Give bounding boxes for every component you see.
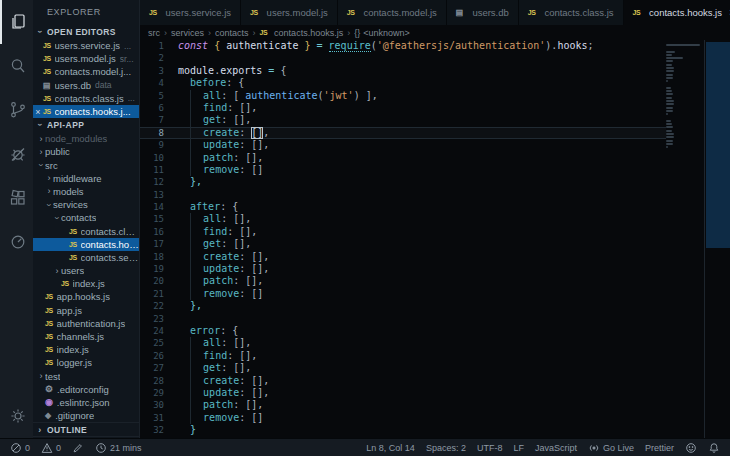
minimap[interactable] (666, 40, 704, 438)
open-editor-item[interactable]: JSusers.model.jssr... (33, 52, 139, 65)
status-ln-8-col-14[interactable]: Ln 8, Col 14 (366, 443, 415, 453)
status-go-live[interactable]: Go Live (588, 442, 634, 454)
tree-row[interactable]: JSchannels.js (33, 330, 139, 343)
activity-settings-icon[interactable] (0, 394, 33, 438)
status-21-mins[interactable]: 21 mins (95, 442, 142, 454)
code-line[interactable]: 5 all: [ authenticate('jwt') ], (140, 90, 666, 102)
editor-pane[interactable]: 1const { authenticate } = require('@feat… (140, 40, 730, 438)
tab-contacts.hooks.js[interactable]: JScontacts.hooks.js× (624, 0, 730, 25)
code-line[interactable]: 14 after: { (140, 201, 666, 213)
code-line[interactable]: 15 all: [], (140, 213, 666, 225)
code-area[interactable]: 1const { authenticate } = require('@feat… (140, 40, 666, 438)
code-line[interactable]: 22 }, (140, 300, 666, 312)
tab-contacts.model.js[interactable]: JScontacts.model.js (338, 0, 447, 25)
code-line[interactable]: 28 create: [], (140, 375, 666, 387)
status-smiley-icon[interactable] (685, 442, 697, 454)
tree-row[interactable]: ›services (33, 198, 139, 211)
section-project[interactable]: ›API-APP (33, 118, 139, 132)
tree-row[interactable]: ⚙.editorconfig (33, 383, 139, 396)
code-line[interactable]: 13 (140, 189, 666, 201)
open-editor-item[interactable]: ×JScontacts.hooks.j... (33, 105, 139, 118)
code-line[interactable]: 16 find: [], (140, 226, 666, 238)
code-line[interactable]: 4 before: { (140, 77, 666, 89)
tree-row[interactable]: JSapp.js (33, 304, 139, 317)
tree-row[interactable]: JSindex.js (33, 343, 139, 356)
code-line[interactable]: 6 find: [], (140, 102, 666, 114)
code-line[interactable]: 17 get: [], (140, 238, 666, 250)
code-line[interactable]: 27 get: [], (140, 362, 666, 374)
code-line[interactable]: 18 create: [], (140, 251, 666, 263)
activity-extensions-icon[interactable] (0, 176, 33, 220)
code-line[interactable]: 25 all: [], (140, 337, 666, 349)
status-prettier[interactable]: Prettier (645, 443, 674, 453)
tree-row[interactable]: JSauthentication.js (33, 317, 139, 330)
activity-source-control-icon[interactable] (0, 88, 33, 132)
tab-contacts.class.js[interactable]: JScontacts.class.js (519, 0, 624, 25)
editor-scrollbar[interactable] (704, 40, 730, 438)
breadcrumb-item[interactable]: services (171, 28, 204, 38)
tree-row[interactable]: ›node_modules (33, 132, 139, 145)
code-line[interactable]: 1const { authenticate } = require('@feat… (140, 40, 666, 52)
code-line[interactable]: 10 patch: [], (140, 152, 666, 164)
breadcrumb-item[interactable]: JScontacts.hooks.js (260, 28, 344, 38)
code-line[interactable]: 7 get: [], (140, 114, 666, 126)
code-line[interactable]: 26 find: [], (140, 350, 666, 362)
code-line[interactable]: 23 (140, 313, 666, 325)
tab-users.service.js[interactable]: JSusers.service.js (140, 0, 241, 25)
status-spaces-2[interactable]: Spaces: 2 (426, 443, 466, 453)
breadcrumb-item[interactable]: {}<unknown> (354, 28, 410, 38)
status-0[interactable]: 0 (41, 442, 61, 454)
status-bell-icon[interactable] (708, 442, 720, 454)
tree-row[interactable]: ◆.gitignore (33, 409, 139, 422)
code-line[interactable]: 20 patch: [], (140, 275, 666, 287)
code-line[interactable]: 2 (140, 52, 666, 64)
code-line[interactable]: 19 update: [], (140, 263, 666, 275)
tree-row[interactable]: ›src (33, 159, 139, 172)
tree-row[interactable]: JScontacts.class.js (33, 224, 139, 237)
tree-row[interactable]: ›users (33, 264, 139, 277)
activity-time-tracker-icon[interactable] (0, 220, 33, 264)
activity-explorer-icon[interactable] (0, 0, 33, 44)
code-line[interactable]: 11 remove: [] (140, 164, 666, 176)
code-line[interactable]: 24 error: { (140, 325, 666, 337)
tree-row[interactable]: JScontacts.service.js (33, 251, 139, 264)
code-line[interactable]: 31 remove: [] (140, 412, 666, 424)
tree-row[interactable]: ›contacts (33, 211, 139, 224)
status-lf[interactable]: LF (513, 443, 524, 453)
open-editor-item[interactable]: ▤users.dbdata (33, 79, 139, 92)
code-line[interactable]: 3module.exports = { (140, 65, 666, 77)
tree-row[interactable]: JScontacts.hooks.js (33, 238, 139, 251)
tab-users.db[interactable]: ▤users.db (447, 0, 519, 25)
breadcrumb-item[interactable]: contacts (215, 28, 249, 38)
section-outline[interactable]: ›OUTLINE (33, 422, 139, 436)
tab-users.model.js[interactable]: JSusers.model.js (241, 0, 338, 25)
scrollbar-slider[interactable] (706, 42, 730, 248)
breadcrumb-item[interactable]: src (148, 28, 160, 38)
activity-debug-icon[interactable] (0, 132, 33, 176)
code-line[interactable]: 29 update: [], (140, 387, 666, 399)
tree-row[interactable]: ›public (33, 145, 139, 158)
tree-row[interactable]: ›middleware (33, 172, 139, 185)
status-0[interactable]: 0 (10, 442, 30, 454)
code-line[interactable]: 21 remove: [] (140, 288, 666, 300)
activity-search-icon[interactable] (0, 44, 33, 88)
tree-row[interactable]: ›test (33, 370, 139, 383)
status-pencil-icon[interactable] (72, 442, 84, 454)
tree-row[interactable]: JSapp.hooks.js (33, 290, 139, 303)
close-icon[interactable]: × (33, 107, 43, 117)
open-editor-item[interactable]: JSusers.service.js... (33, 39, 139, 52)
code-line[interactable]: 30 patch: [], (140, 399, 666, 411)
code-line[interactable]: 12 }, (140, 176, 666, 188)
tree-row[interactable]: JSindex.js (33, 277, 139, 290)
open-editor-item[interactable]: JScontacts.class.js... (33, 92, 139, 105)
tree-row[interactable]: ›models (33, 185, 139, 198)
tree-row[interactable]: JSlogger.js (33, 356, 139, 369)
code-line[interactable]: 9 update: [], (140, 139, 666, 151)
status-utf-8[interactable]: UTF-8 (477, 443, 503, 453)
section-open-editors[interactable]: ›OPEN EDITORS (33, 25, 139, 39)
tree-row[interactable]: ◉.eslintrc.json (33, 396, 139, 409)
code-line[interactable]: 32 } (140, 424, 666, 436)
status-javascript[interactable]: JavaScript (535, 443, 577, 453)
code-line[interactable]: 8 create: [], (140, 127, 666, 139)
open-editor-item[interactable]: JScontacts.model.j... (33, 65, 139, 78)
